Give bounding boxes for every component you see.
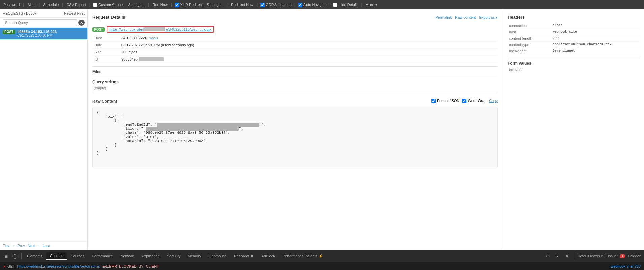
- export-as-link[interactable]: Export as ▾: [479, 15, 498, 20]
- request-ip: #9865b 34.193.116.226: [17, 30, 57, 34]
- word-wrap-label[interactable]: Word-Wrap: [462, 99, 486, 103]
- toolbar-schedule[interactable]: Schedule: [41, 2, 61, 7]
- form-values-label: Form values: [508, 61, 639, 66]
- request-info: #9865b 34.193.116.226 03/17/2023 2:05:30…: [17, 30, 57, 37]
- search-input[interactable]: [3, 19, 77, 26]
- url-bar: POST https://webhook.site/ -e3f4829cb115…: [92, 26, 498, 33]
- search-bar: ✕: [0, 18, 87, 28]
- tab-performance-insights[interactable]: Performance insights ⚡: [279, 253, 326, 260]
- table-row: Size 200 bytes: [92, 49, 498, 56]
- request-url[interactable]: https://webhook.site/ -e3f4829cb115/webh…: [107, 26, 214, 33]
- toolbar-password[interactable]: Password: [1, 2, 22, 7]
- query-strings-value: (empty): [94, 86, 106, 90]
- pagination-last[interactable]: Last: [43, 244, 50, 248]
- tab-lighthouse[interactable]: Lighthouse: [205, 253, 230, 259]
- url-blurred-part: [143, 27, 165, 31]
- format-json-checkbox[interactable]: [431, 99, 436, 103]
- toolbar-redirect-now[interactable]: Redirect Now: [229, 2, 255, 7]
- auto-navigate-input[interactable]: [298, 3, 302, 7]
- toolbar-alias[interactable]: Alias: [25, 2, 37, 7]
- word-wrap-checkbox[interactable]: [462, 99, 466, 103]
- raw-content-header: Raw Content Format JSON Word-Wrap Copy: [92, 96, 498, 105]
- error-message: net::ERR_BLOCKED_BY_CLIENT: [102, 264, 159, 268]
- tab-console[interactable]: Console: [46, 252, 67, 260]
- files-divider: [92, 66, 498, 67]
- query-strings-divider: [92, 77, 498, 77]
- table-row: host webhook.site: [508, 29, 639, 35]
- devtools-bar: ▣ ◯ Elements Console Sources Performance…: [0, 250, 644, 262]
- toolbar-auto-navigate-checkbox[interactable]: Auto Navigate: [297, 2, 328, 8]
- toolbar: Password | Alias | Schedule | CSV Export…: [0, 0, 644, 9]
- files-label: Files: [92, 69, 498, 74]
- table-row: user-agent Gerencianet: [508, 48, 639, 54]
- toolbar-more[interactable]: More ▾: [364, 2, 379, 8]
- pagination: First ← Prev Next → Last: [0, 241, 87, 250]
- toolbar-hide-details-checkbox[interactable]: Hide Details: [332, 2, 360, 8]
- search-button[interactable]: ✕: [78, 20, 85, 26]
- raw-content-divider: [92, 93, 498, 93]
- id-blurred: [139, 57, 164, 61]
- error-url[interactable]: https://webhook.site/assets/scripts/libs…: [17, 264, 100, 268]
- hide-details-input[interactable]: [333, 3, 337, 7]
- tab-application[interactable]: Application: [138, 253, 163, 259]
- request-item[interactable]: POST #9865b 34.193.116.226 03/17/2023 2:…: [0, 28, 87, 40]
- toolbar-xhr-redirect-checkbox[interactable]: XHR Redirect: [173, 2, 204, 8]
- pagination-next[interactable]: Next →: [28, 244, 40, 248]
- error-type: GET: [7, 264, 15, 268]
- sidebar-header: REQUESTS (1/500) Newest First: [0, 9, 87, 18]
- toolbar-custom-actions-checkbox[interactable]: Custom Actions: [92, 2, 125, 8]
- tab-performance[interactable]: Performance: [89, 253, 117, 259]
- tab-elements[interactable]: Elements: [24, 253, 46, 259]
- devtools-more-icon[interactable]: ⋮: [554, 253, 561, 259]
- toolbar-csv-export[interactable]: CSV Export: [64, 2, 88, 7]
- detail-header-row: Request Details Permalink Raw content Ex…: [92, 13, 498, 23]
- table-row: ID 9865b4eb-: [92, 56, 498, 63]
- toolbar-settings-2[interactable]: Settings...: [205, 2, 225, 7]
- newest-first[interactable]: Newest First: [64, 11, 85, 15]
- error-icon: ●: [3, 264, 5, 268]
- devtools-right-separator: [574, 253, 574, 259]
- request-details-title: Request Details: [92, 15, 125, 20]
- devtools-device-icon[interactable]: ◯: [11, 253, 19, 259]
- devtools-close-icon[interactable]: ✕: [564, 253, 571, 259]
- detail-panel: Request Details Permalink Raw content Ex…: [88, 9, 503, 250]
- format-json-label[interactable]: Format JSON: [431, 99, 459, 103]
- form-values-divider: [508, 58, 639, 58]
- default-levels[interactable]: Default levels ▾: [578, 254, 603, 258]
- tab-network[interactable]: Network: [117, 253, 137, 259]
- tab-memory[interactable]: Memory: [184, 253, 204, 259]
- raw-content-label: Raw Content: [92, 99, 117, 104]
- devtools-inspect-icon[interactable]: ▣: [3, 253, 10, 259]
- main-area: REQUESTS (1/500) Newest First ✕ POST #98…: [0, 9, 644, 250]
- request-time: 03/17/2023 2:05:30 PM: [17, 34, 57, 37]
- custom-actions-input[interactable]: [93, 3, 97, 7]
- tab-recorder[interactable]: Recorder ⏺: [231, 253, 257, 259]
- table-row: content-type application/json;charset=ut…: [508, 42, 639, 48]
- toolbar-cors-headers-checkbox[interactable]: CORS Headers: [259, 2, 293, 8]
- table-row: connection close: [508, 23, 639, 29]
- raw-content-link[interactable]: Raw content: [455, 15, 476, 20]
- permalink-link[interactable]: Permalink: [435, 15, 452, 20]
- tab-sources[interactable]: Sources: [67, 253, 88, 259]
- request-list: POST #9865b 34.193.116.226 03/17/2023 2:…: [0, 28, 87, 241]
- xhr-redirect-input[interactable]: [175, 3, 179, 7]
- detail-actions: Permalink Raw content Export as ▾: [435, 15, 498, 20]
- devtools-separator: [21, 253, 22, 259]
- tab-security[interactable]: Security: [164, 253, 184, 259]
- issues-badge[interactable]: 1: [620, 254, 625, 258]
- pagination-first[interactable]: First: [3, 244, 10, 248]
- pagination-prev[interactable]: ← Prev: [12, 244, 25, 248]
- devtools-right: ⚙ ⋮ ✕ Default levels ▾ 1 Issue: 1 1 hidd…: [544, 253, 641, 259]
- toolbar-run-now[interactable]: Run Now: [150, 2, 169, 7]
- cors-headers-input[interactable]: [260, 3, 265, 7]
- sidebar: REQUESTS (1/500) Newest First ✕ POST #98…: [0, 9, 88, 250]
- copy-button[interactable]: Copy: [489, 99, 498, 103]
- tab-adblock[interactable]: AdBlock: [258, 253, 278, 259]
- toolbar-settings-1[interactable]: Settings...: [126, 2, 147, 7]
- error-source[interactable]: webhook.site/:763: [611, 264, 641, 268]
- method-badge: POST: [3, 30, 15, 34]
- whois-link[interactable]: whois: [150, 36, 158, 40]
- devtools-settings-icon[interactable]: ⚙: [544, 253, 552, 259]
- raw-options: Format JSON Word-Wrap Copy: [431, 99, 498, 103]
- table-row: Date 03/17/2023 2:05:30 PM (a few second…: [92, 42, 498, 49]
